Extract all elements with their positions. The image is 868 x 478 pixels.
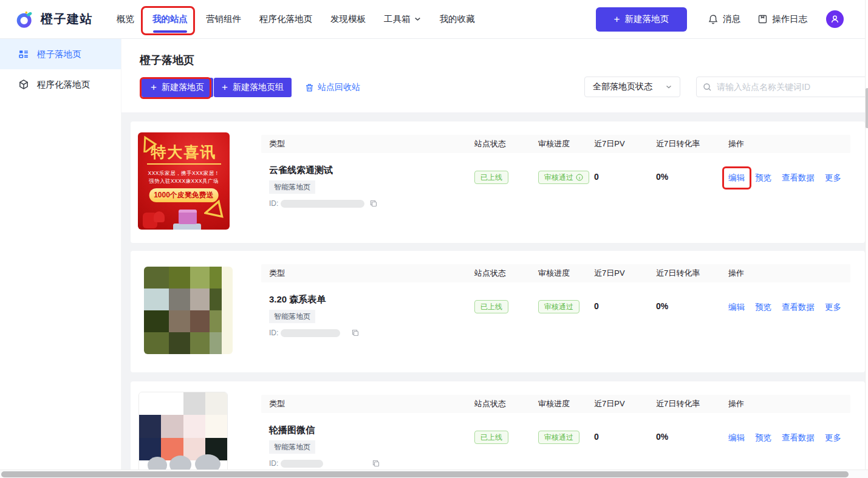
action-preview-link[interactable]: 预览 <box>755 432 771 443</box>
review-badge: 审核通过 <box>538 171 589 184</box>
nav-item-3[interactable]: 程序化落地页 <box>250 0 321 38</box>
pv-value: 0 <box>594 301 656 311</box>
page-title: 橙子落地页 <box>140 53 194 67</box>
column-header: 操作 <box>728 135 850 153</box>
status-filter-select[interactable]: 全部落地页状态 <box>584 77 680 97</box>
poster-title: 特大喜讯 <box>138 142 230 162</box>
site-thumbnail[interactable] <box>144 267 233 354</box>
page: 橙子建站 概览我的站点营销组件程序化落地页发现模板工具箱我的收藏 + 新建落地页… <box>0 0 868 478</box>
column-header: 近7日PV <box>594 135 656 153</box>
actions: 编辑预览查看数据更多 <box>728 432 850 443</box>
site-id-label: ID: <box>269 199 278 208</box>
action-more-link[interactable]: 更多 <box>825 432 841 443</box>
operation-log-label: 操作日志 <box>772 13 807 25</box>
chevron-down-icon <box>414 15 422 23</box>
sidebar-item-1[interactable]: 程序化落地页 <box>0 69 121 100</box>
column-header: 审核进度 <box>538 264 594 282</box>
recycle-bin-link[interactable]: 站点回收站 <box>305 82 360 93</box>
copy-icon[interactable] <box>372 459 380 468</box>
search-input[interactable] <box>717 82 865 92</box>
poster-line1: XXX乐家居，携手XXX家居！ <box>138 170 230 177</box>
site-type-tag: 智能落地页 <box>269 310 315 323</box>
copy-icon[interactable] <box>369 199 378 208</box>
action-view-data-link[interactable]: 查看数据 <box>782 432 815 443</box>
copy-icon[interactable] <box>351 329 360 337</box>
nav-item-label: 发现模板 <box>330 13 366 25</box>
plus-icon: + <box>222 82 228 92</box>
nav-item-1[interactable]: 我的站点 <box>143 0 197 38</box>
horizontal-scrollbar[interactable] <box>0 469 868 478</box>
operation-log-button[interactable]: 操作日志 <box>757 13 807 25</box>
column-header: 站点状态 <box>474 264 538 282</box>
site-name: 轮播图微信 <box>269 425 474 434</box>
action-view-data-link[interactable]: 查看数据 <box>782 172 815 183</box>
table-header-row: 类型站点状态审核进度近7日PV近7日转化率操作 <box>261 395 850 413</box>
site-id-label: ID: <box>269 329 278 337</box>
horizontal-scrollbar-thumb[interactable] <box>1 471 849 477</box>
action-edit-link[interactable]: 编辑 <box>728 432 745 443</box>
site-card-2: 类型站点状态审核进度近7日PV近7日转化率操作轮播图微信智能落地页ID:已上线审… <box>131 381 865 469</box>
nav-item-4[interactable]: 发现模板 <box>321 0 375 38</box>
site-thumbnail[interactable]: 特大喜讯XXX乐家居，携手XXX家居！强势入驻XXXX康XXX具广场1000个皮… <box>138 132 230 230</box>
new-landing-page-button[interactable]: + 新建落地页 <box>142 78 213 97</box>
list-icon <box>18 49 29 60</box>
action-view-data-link[interactable]: 查看数据 <box>782 302 815 313</box>
poster-line2: 强势入驻XXXX康XXX具广场 <box>138 178 230 185</box>
cube-icon <box>18 79 29 90</box>
column-header: 类型 <box>261 135 474 153</box>
trash-icon <box>305 83 314 92</box>
site-id-redacted <box>281 460 323 468</box>
vertical-scrollbar[interactable] <box>865 0 868 469</box>
nav-item-6[interactable]: 我的收藏 <box>431 0 484 38</box>
action-more-link[interactable]: 更多 <box>825 302 841 313</box>
site-table: 类型站点状态审核进度近7日PV近7日转化率操作3.20 森系表单智能落地页ID:… <box>261 264 850 337</box>
site-type-tag: 智能落地页 <box>269 440 315 454</box>
brand-logo[interactable]: 橙子建站 <box>16 10 93 29</box>
nav-item-2[interactable]: 营销组件 <box>197 0 250 38</box>
journal-icon <box>757 14 768 24</box>
site-card-0: 特大喜讯XXX乐家居，携手XXX家居！强势入驻XXXX康XXX具广场1000个皮… <box>131 121 865 243</box>
vertical-scrollbar-thumb[interactable] <box>866 88 868 128</box>
avatar[interactable] <box>826 10 844 28</box>
chevron-down-icon <box>665 83 672 90</box>
site-thumbnail[interactable] <box>138 392 228 469</box>
main-nav: 概览我的站点营销组件程序化落地页发现模板工具箱我的收藏 <box>108 0 484 38</box>
active-tab-underline <box>153 30 187 33</box>
sidebar-item-0[interactable]: 橙子落地页 <box>0 39 121 69</box>
poster-underline <box>147 163 221 165</box>
site-type-tag: 智能落地页 <box>269 180 315 194</box>
top-nav: 橙子建站 概览我的站点营销组件程序化落地页发现模板工具箱我的收藏 + 新建落地页… <box>0 0 868 39</box>
new-landing-page-button-top[interactable]: + 新建落地页 <box>596 7 687 32</box>
site-table: 类型站点状态审核进度近7日PV近7日转化率操作云雀线索通测试智能落地页ID:已上… <box>261 135 850 208</box>
column-header: 站点状态 <box>474 395 538 413</box>
messages-button[interactable]: 消息 <box>708 13 740 25</box>
status-badge: 已上线 <box>474 171 508 184</box>
action-more-link[interactable]: 更多 <box>825 172 841 183</box>
poster-pill: 1000个皮凳免费送 <box>149 188 219 202</box>
main-content: 橙子落地页 + 新建落地页 + 新建落地页组 站点回收站 全部落地页状态 <box>121 39 865 469</box>
column-header: 审核进度 <box>538 135 594 153</box>
sidebar-item-label: 橙子落地页 <box>37 49 81 60</box>
new-landing-page-group-button[interactable]: + 新建落地页组 <box>214 78 292 97</box>
action-preview-link[interactable]: 预览 <box>755 172 771 183</box>
column-header: 类型 <box>261 264 474 282</box>
nav-item-0[interactable]: 概览 <box>108 0 143 38</box>
conversion-value: 0% <box>656 172 728 182</box>
site-row: 轮播图微信智能落地页ID:已上线审核通过00%编辑预览查看数据更多 <box>261 425 850 468</box>
site-table: 类型站点状态审核进度近7日PV近7日转化率操作轮播图微信智能落地页ID:已上线审… <box>261 395 850 468</box>
action-edit-link[interactable]: 编辑 <box>728 302 745 313</box>
column-header: 近7日转化率 <box>656 395 728 413</box>
nav-item-5[interactable]: 工具箱 <box>375 0 431 38</box>
action-edit-link[interactable]: 编辑 <box>728 172 745 183</box>
action-preview-link[interactable]: 预览 <box>755 302 771 313</box>
site-id-label: ID: <box>269 459 278 468</box>
table-header-row: 类型站点状态审核进度近7日PV近7日转化率操作 <box>261 135 850 153</box>
plus-icon: + <box>614 14 620 24</box>
conversion-value: 0% <box>656 432 728 442</box>
info-icon[interactable] <box>576 174 583 181</box>
search-box <box>696 77 865 97</box>
nav-item-label: 营销组件 <box>206 13 241 25</box>
status-filter-value: 全部落地页状态 <box>593 81 665 92</box>
new-landing-page-group-label: 新建落地页组 <box>233 82 284 93</box>
brand-name: 橙子建站 <box>41 11 93 27</box>
